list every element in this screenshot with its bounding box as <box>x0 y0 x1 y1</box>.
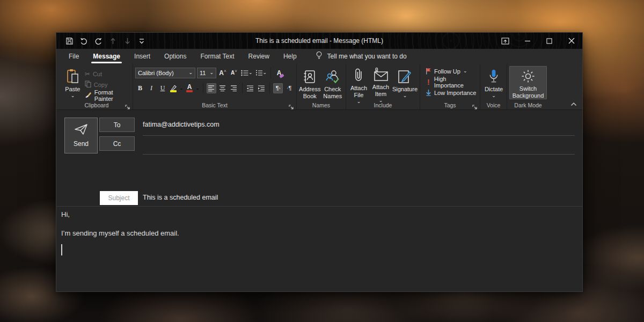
dictate-button[interactable]: Dictate <box>482 66 505 100</box>
chevron-down-icon <box>179 82 184 92</box>
clear-formatting-button[interactable]: A <box>274 68 284 78</box>
left-to-right-direction-button[interactable]: ¶› <box>273 83 283 93</box>
close-button[interactable] <box>560 33 582 49</box>
group-include: Attach File Attach Item Signature Includ… <box>346 64 420 109</box>
copy-button: Copy <box>84 80 130 89</box>
tell-me-box[interactable]: Tell me what you want to do <box>316 49 407 64</box>
paste-button[interactable]: Paste <box>63 66 83 101</box>
message-body-line2[interactable]: I’m sending myself a scheduled email. <box>61 229 179 237</box>
ribbon-spacer <box>549 64 582 109</box>
customize-quick-access-icon[interactable] <box>136 35 147 46</box>
high-importance-button[interactable]: ! High Importance <box>425 77 478 87</box>
chevron-down-icon <box>492 92 496 99</box>
font-name-combobox[interactable]: Calibri (Body) <box>135 68 195 78</box>
outlook-message-window: This is a scheduled email - Message (HTM… <box>56 32 583 292</box>
chevron-down-icon <box>379 97 383 104</box>
switch-background-button[interactable]: Switch Background <box>509 66 547 99</box>
numbering-button[interactable] <box>255 68 268 78</box>
low-importance-button[interactable]: Low Importance <box>425 87 478 98</box>
sun-icon <box>521 68 535 83</box>
quick-access-toolbar <box>56 35 147 46</box>
tab-options[interactable]: Options <box>157 49 193 64</box>
right-to-left-direction-button[interactable]: ‹¶ <box>284 83 294 93</box>
header-body-separator <box>56 206 582 207</box>
format-painter-button[interactable]: Format Painter <box>84 91 130 100</box>
underline-button[interactable]: U <box>158 83 167 93</box>
to-field-value[interactable]: fatima@addictivetips.com <box>143 121 219 128</box>
group-clipboard: Paste ✂ Cut Copy Forma <box>61 64 133 109</box>
flag-icon <box>426 68 431 76</box>
undo-icon[interactable] <box>78 35 89 46</box>
align-center-button[interactable] <box>218 83 228 93</box>
separator <box>203 83 203 93</box>
copy-icon <box>85 80 91 89</box>
tags-dialog-launcher-icon[interactable] <box>472 103 478 108</box>
down-arrow-icon <box>426 89 431 97</box>
ribbon-display-options-icon[interactable] <box>494 33 516 49</box>
window-controls <box>494 33 582 49</box>
cut-button: ✂ Cut <box>84 69 130 78</box>
chevron-down-icon <box>209 69 214 75</box>
grow-font-button[interactable]: A˄ <box>218 68 228 78</box>
align-left-button[interactable] <box>207 83 216 93</box>
tab-insert[interactable]: Insert <box>127 49 157 64</box>
attach-file-button[interactable]: Attach File <box>348 66 369 101</box>
bullets-button[interactable] <box>240 68 253 78</box>
exclamation-icon: ! <box>426 78 431 86</box>
text-highlight-color-button[interactable] <box>169 83 178 93</box>
signature-button[interactable]: Signature <box>392 66 418 101</box>
maximize-button[interactable] <box>538 33 560 49</box>
to-button[interactable]: To <box>99 118 135 132</box>
chevron-down-icon <box>263 68 267 76</box>
subject-field-value[interactable]: This is a scheduled email <box>143 194 218 201</box>
tab-file[interactable]: File <box>62 49 86 64</box>
tab-review[interactable]: Review <box>241 49 276 64</box>
signature-pen-icon <box>398 68 412 84</box>
attach-item-button[interactable]: Attach Item <box>370 66 391 101</box>
font-size-combobox[interactable]: 11 <box>197 68 216 78</box>
font-color-button[interactable]: A <box>185 83 194 93</box>
subject-label[interactable]: Subject <box>100 191 138 205</box>
group-names: Address Book Check Names Names <box>297 64 346 109</box>
follow-up-button[interactable]: Follow Up <box>425 66 478 77</box>
save-icon[interactable] <box>64 35 75 46</box>
chevron-down-icon <box>357 98 361 105</box>
align-right-button[interactable] <box>229 83 239 93</box>
address-book-button[interactable]: Address Book <box>299 66 321 101</box>
check-names-button[interactable]: Check Names <box>322 66 344 101</box>
paste-clipboard-icon <box>66 68 79 84</box>
tab-help[interactable]: Help <box>276 49 304 64</box>
italic-button[interactable]: I <box>147 83 156 93</box>
send-button[interactable]: Send <box>64 118 98 153</box>
redo-icon[interactable] <box>93 35 104 46</box>
group-voice: Dictate Voice <box>480 64 507 109</box>
shrink-font-button[interactable]: A˅ <box>229 68 239 78</box>
chevron-down-icon <box>71 92 75 99</box>
tab-format-text[interactable]: Format Text <box>193 49 241 64</box>
separator <box>270 68 271 78</box>
tell-me-label: Tell me what you want to do <box>327 53 407 60</box>
compose-area: Send To fatima@addictivetips.com Cc Subj… <box>56 111 582 291</box>
minimize-button[interactable] <box>516 33 538 49</box>
tab-message[interactable]: Message <box>86 49 127 64</box>
decrease-indent-button[interactable] <box>245 83 255 93</box>
increase-indent-button[interactable] <box>257 83 266 93</box>
text-cursor <box>61 244 62 255</box>
highlight-color-swatch <box>170 90 177 92</box>
clipboard-dialog-launcher-icon[interactable] <box>125 103 131 108</box>
cc-field-underline[interactable] <box>143 154 575 155</box>
collapse-ribbon-icon[interactable] <box>570 99 577 108</box>
chevron-down-icon <box>463 67 467 74</box>
separator <box>269 83 270 93</box>
lightbulb-icon <box>316 51 323 62</box>
to-field-underline[interactable] <box>143 135 575 136</box>
chevron-down-icon <box>403 92 407 99</box>
group-tags: Follow Up ! High Importance Low Importan… <box>420 64 480 109</box>
microphone-icon <box>488 68 499 84</box>
bold-button[interactable]: B <box>135 83 145 93</box>
basic-text-dialog-launcher-icon[interactable] <box>289 103 295 108</box>
send-plane-icon <box>74 123 88 137</box>
message-body-line1[interactable]: Hi, <box>61 210 70 218</box>
font-color-swatch <box>186 90 193 92</box>
cc-button[interactable]: Cc <box>99 136 135 151</box>
